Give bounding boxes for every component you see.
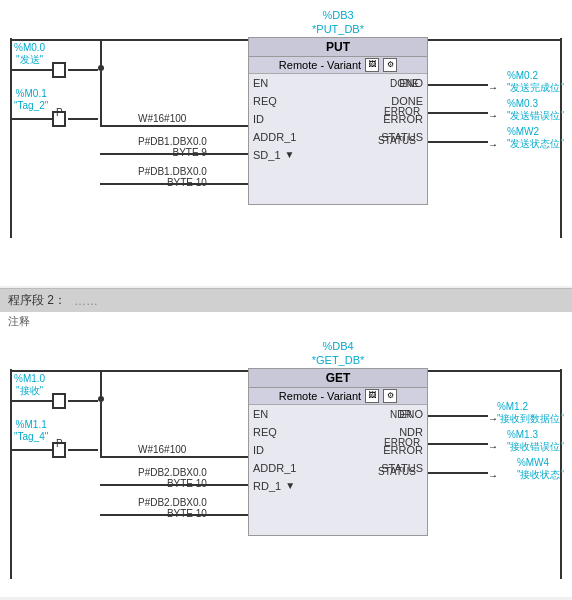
- vline-req: [100, 71, 102, 125]
- var-m1-2: %M1.2 "接收到数据位": [497, 401, 564, 425]
- hline-after-contact1: [68, 69, 98, 71]
- left-rail-1: [10, 38, 12, 238]
- var-m0-1: %M0.1 "Tag_2": [14, 88, 48, 112]
- image-icon: 🖼: [365, 58, 379, 72]
- hline-before-contact2: [12, 400, 53, 402]
- vline-top-to-contact: [100, 39, 102, 70]
- hline-after-contact2: [68, 400, 98, 402]
- status-pin-label-right-2: STATUS: [378, 466, 416, 477]
- error-pin-label-right-2: ERROR: [384, 437, 420, 448]
- ladder-area-2: %M1.0 "接收" %M1.1 "Tag_4" P: [0, 339, 572, 589]
- var-mw2: %MW2 "发送状态位": [507, 126, 564, 150]
- id-value-label-2: W#16#100: [138, 444, 186, 456]
- hline-before-contact1: [12, 69, 53, 71]
- contact-m1-0: [52, 393, 66, 409]
- error-arrow-2: →: [488, 441, 498, 452]
- fb-db-label: %DB3 *PUT_DB*: [248, 8, 428, 37]
- var-m0-2: %M0.2 "发送完成位": [507, 70, 564, 94]
- pin-en-2: EN: [253, 408, 268, 420]
- segment-2: %M1.0 "接收" %M1.1 "Tag_4" P: [0, 331, 572, 597]
- hline-eno-2: [428, 370, 562, 372]
- fb-box-get: GET Remote - Variant 🖼 ⚙ EN ENO REQ NDR: [248, 368, 428, 536]
- hline-rd1: [100, 514, 248, 516]
- fb-title-2: GET: [249, 369, 427, 388]
- done-arrow: →: [488, 82, 498, 93]
- top-rail-line-2: [12, 370, 248, 372]
- hline-error-1: [428, 112, 488, 114]
- status-arrow-2: →: [488, 470, 498, 481]
- pin-id: ID: [253, 113, 264, 125]
- hline-ndr: [428, 415, 488, 417]
- hline-req-2: [100, 456, 248, 458]
- var-m1-3: %M1.3 "接收错误位": [507, 429, 564, 453]
- segment-2-header: 程序段 2： ……: [0, 288, 572, 312]
- pin-id-2: ID: [253, 444, 264, 456]
- segment-2-comment: 注释: [0, 312, 572, 331]
- hline-done: [428, 84, 488, 86]
- image-icon-2: 🖼: [365, 389, 379, 403]
- sd1-dropdown-arrow[interactable]: ▼: [285, 149, 295, 160]
- var-m1-0: %M1.0 "接收": [14, 373, 45, 397]
- hline-sd1: [100, 183, 248, 185]
- vline-top-to-contact2: [100, 370, 102, 401]
- var-mw4: %MW4 "接收状态": [517, 457, 564, 481]
- pin-addr1: ADDR_1: [253, 131, 296, 143]
- pin-req-2: REQ: [253, 426, 277, 438]
- fb-title: PUT: [249, 38, 427, 57]
- error-arrow-1: →: [488, 110, 498, 121]
- pin-en: EN: [253, 77, 268, 89]
- settings-icon: ⚙: [383, 58, 397, 72]
- ladder-area-1: %M0.0 "发送" %M0.1 "Tag_2" P: [0, 8, 572, 278]
- ndr-pin-label: NDR: [390, 409, 412, 420]
- error-pin-label-right: ERROR: [384, 106, 420, 117]
- pin-done: DONE: [391, 95, 423, 107]
- fb-box-put: PUT Remote - Variant 🖼 ⚙ EN ENO REQ D: [248, 37, 428, 205]
- settings-icon-2: ⚙: [383, 389, 397, 403]
- var-m0-0: %M0.0 "发送": [14, 42, 45, 66]
- pin-req: REQ: [253, 95, 277, 107]
- hline-addr1: [100, 153, 248, 155]
- hline-after-p2: [68, 449, 98, 451]
- hline-after-p: [68, 118, 98, 120]
- segment-2-dots: ……: [74, 294, 98, 308]
- pin-row-rd1: RD_1 ▼: [249, 477, 427, 495]
- pin-ndr: NDR: [399, 426, 423, 438]
- contact-p-label-2: P: [56, 438, 63, 449]
- vline-req-2: [100, 402, 102, 456]
- fb-subtitle-2: Remote - Variant 🖼 ⚙: [249, 388, 427, 405]
- hline-eno: [428, 39, 562, 41]
- contact-p-label: P: [56, 107, 63, 118]
- hline-before-p: [12, 118, 53, 120]
- hline-before-p2: [12, 449, 53, 451]
- hline-req: [100, 125, 248, 127]
- pin-sd1: SD_1: [253, 149, 281, 161]
- done-pin-label-right: DONE: [390, 78, 419, 89]
- top-rail-line-1: [12, 39, 248, 41]
- segment-1: %M0.0 "发送" %M0.1 "Tag_2" P: [0, 0, 572, 286]
- segment-2-title: 程序段 2：: [8, 292, 66, 309]
- var-m0-3: %M0.3 "发送错误位": [507, 98, 564, 122]
- status-arrow-1: →: [488, 139, 498, 150]
- pin-addr1-2: ADDR_1: [253, 462, 296, 474]
- pin-row-sd1: SD_1 ▼: [249, 146, 427, 164]
- hline-status-1: [428, 141, 488, 143]
- ndr-arrow: →: [488, 413, 498, 424]
- var-m1-1: %M1.1 "Tag_4": [14, 419, 48, 443]
- rd1-dropdown-arrow[interactable]: ▼: [285, 480, 295, 491]
- id-value-label: W#16#100: [138, 113, 186, 125]
- fb-subtitle: Remote - Variant 🖼 ⚙: [249, 57, 427, 74]
- status-pin-label-right: STATUS: [378, 135, 416, 146]
- hline-status-2: [428, 472, 488, 474]
- hline-error-2: [428, 443, 488, 445]
- hline-addr1-2: [100, 484, 248, 486]
- fb-db-label-2: %DB4 *GET_DB*: [248, 339, 428, 368]
- pin-rd1: RD_1: [253, 480, 281, 492]
- contact-m0-0: [52, 62, 66, 78]
